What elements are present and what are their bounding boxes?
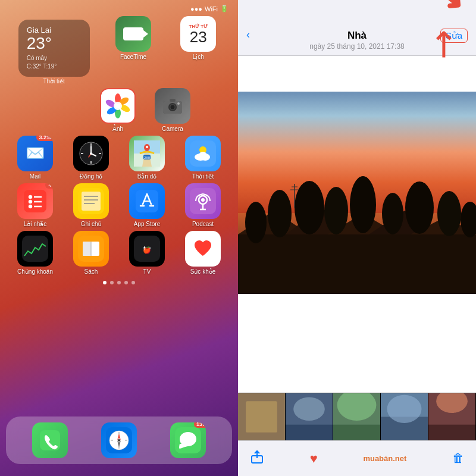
dot-1: [103, 281, 107, 284]
weather-widget-inner: Gia Lai 23° Có mâyC:32° T:19°: [18, 20, 90, 77]
app-podcast[interactable]: Podcast: [181, 183, 224, 227]
reminders-badge: 4: [45, 183, 53, 189]
svg-point-14: [177, 102, 180, 105]
filmstrip-thumb-2[interactable]: [286, 393, 333, 440]
photos-toolbar: ♥ muabán.net 🗑: [238, 440, 476, 476]
arrow-area: ↗: [238, 56, 476, 92]
svg-point-56: [201, 198, 205, 202]
app-maps[interactable]: 280 Bản đồ: [126, 136, 168, 180]
app-photos[interactable]: Ảnh: [96, 88, 139, 132]
svg-rect-59: [22, 236, 48, 262]
app-mail[interactable]: ✉️ 3.218 Mail: [14, 136, 57, 180]
health-label: Sức khỏe: [190, 268, 216, 275]
svg-point-101: [293, 397, 325, 421]
svg-point-43: [29, 205, 32, 208]
heart-button[interactable]: ♥: [310, 451, 318, 466]
safari-svg: [106, 427, 132, 453]
svg-point-92: [405, 181, 434, 234]
app-reminders[interactable]: 4 Lời nhắc: [14, 183, 57, 227]
svg-point-24: [90, 152, 92, 155]
app-health[interactable]: Sức khỏe: [181, 231, 224, 275]
mail-label: Mail: [30, 173, 40, 180]
thumb-svg-2: [286, 393, 333, 440]
photos-back-button[interactable]: ‹: [246, 29, 250, 41]
photos-filmstrip[interactable]: [238, 393, 476, 440]
svg-rect-105: [333, 425, 380, 440]
dock-safari[interactable]: [98, 422, 140, 458]
filmstrip-thumb-5[interactable]: [428, 393, 476, 440]
status-icons: ●●● WiFi 🔋: [190, 5, 228, 12]
dock-messages[interactable]: 137: [167, 422, 209, 458]
appstore-svg: [136, 190, 158, 212]
appstore-label: App Store: [134, 221, 160, 227]
filmstrip-thumb-4[interactable]: [381, 393, 428, 440]
app-facetime[interactable]: FaceTime: [112, 16, 155, 60]
app-stocks[interactable]: Chứng khoán: [14, 231, 57, 275]
dock-phone[interactable]: [29, 422, 71, 458]
svg-point-39: [29, 195, 32, 199]
svg-point-37: [199, 152, 207, 159]
red-arrow-annotation: ➜: [431, 0, 472, 21]
books-svg: [78, 236, 104, 262]
logo-text: muabán.net: [363, 454, 406, 463]
svg-point-90: [350, 176, 376, 233]
notes-icon: [73, 183, 109, 219]
reminders-svg: [24, 190, 46, 212]
svg-point-89: [324, 187, 348, 234]
svg-point-87: [268, 190, 292, 237]
dock: 137: [6, 416, 232, 464]
svg-rect-99: [246, 401, 277, 433]
mail-badge: 3.218: [36, 136, 53, 141]
svg-point-108: [387, 395, 422, 423]
foreground: [238, 183, 476, 294]
app-tv[interactable]: tv 🍎 TV: [126, 231, 168, 275]
svg-text:🍎: 🍎: [143, 246, 151, 254]
share-button[interactable]: [250, 450, 264, 468]
weather-location: Gia Lai: [27, 26, 82, 35]
trash-button[interactable]: 🗑: [452, 452, 464, 465]
photos-label: Ảnh: [112, 126, 123, 132]
weather-widget[interactable]: Gia Lai 23° Có mâyC:32° T:19° Thời tiết: [18, 16, 90, 84]
app-notes[interactable]: Ghi chú: [70, 183, 112, 227]
app-appstore[interactable]: App Store: [126, 183, 168, 227]
main-photo[interactable]: [238, 92, 476, 294]
tv-svg: tv 🍎: [134, 236, 160, 262]
podcast-icon: [185, 183, 221, 219]
svg-rect-46: [82, 192, 101, 211]
thumb-svg-1: [238, 393, 285, 440]
svg-text:280: 280: [144, 156, 151, 159]
reminders-icon: 4: [17, 183, 53, 219]
top-app-row: Gia Lai 23° Có mâyC:32° T:19° Thời tiết …: [0, 16, 238, 84]
messages-svg: [175, 427, 201, 453]
podcast-svg: [190, 188, 216, 214]
filmstrip-thumb-3[interactable]: [333, 393, 381, 440]
filmstrip-thumb-1[interactable]: [238, 393, 286, 440]
health-icon: [185, 231, 221, 267]
phone-svg: [40, 430, 60, 450]
app-clock[interactable]: Đồng hồ: [70, 136, 112, 180]
status-bar: ●●● WiFi 🔋: [0, 0, 238, 12]
svg-rect-62: [83, 242, 91, 256]
maps-label: Bản đồ: [137, 173, 157, 180]
app-camera[interactable]: Camera: [151, 88, 194, 132]
svg-rect-111: [428, 425, 475, 440]
camera-icon: [155, 88, 190, 124]
app-books[interactable]: Sách: [70, 231, 112, 275]
weather-temp: 23°: [27, 35, 82, 53]
svg-point-91: [382, 193, 403, 234]
weather-app-label-row3: Thời tiết: [192, 173, 214, 180]
share-icon: [250, 450, 264, 464]
dot-5: [131, 281, 135, 284]
trees-svg: [238, 175, 476, 294]
svg-point-74: [118, 439, 120, 441]
photos-empty-area: [238, 294, 476, 393]
notes-svg: [78, 188, 104, 214]
app-weather[interactable]: Thời tiết: [181, 136, 224, 180]
weather-desc: Có mâyC:32° T:19°: [27, 54, 82, 71]
app-row-5: Chứng khoán Sách tv 🍎: [0, 231, 238, 275]
app-calendar[interactable]: THỨ TƯ 23 Lịch: [177, 16, 220, 60]
app-row-4: 4 Lời nhắc Ghi chú: [0, 183, 238, 227]
books-icon: [73, 231, 109, 267]
facetime-camera: [123, 27, 143, 40]
iphone-home-screen: ●●● WiFi 🔋 Gia Lai 23° Có mâyC:32° T:19°…: [0, 0, 238, 476]
